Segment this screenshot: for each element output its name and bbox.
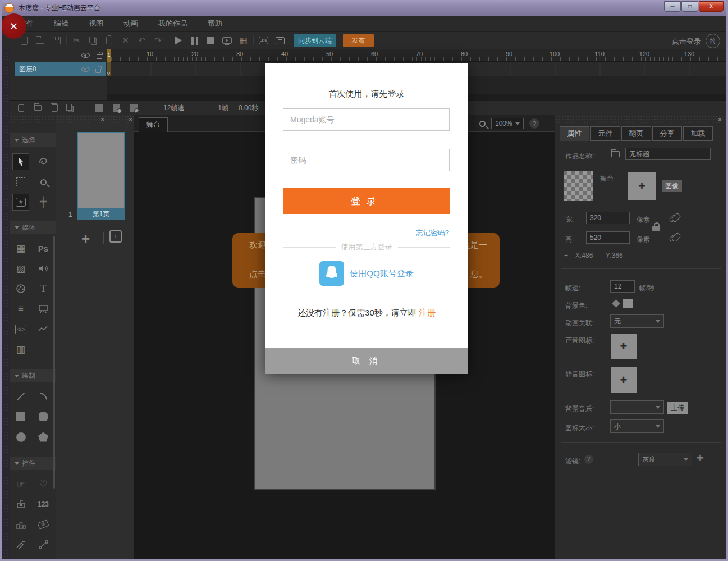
tool-cursor[interactable] — [12, 153, 29, 170]
js-icon[interactable]: JS — [255, 34, 272, 47]
menu-my-works[interactable]: 我的作品 — [158, 19, 187, 29]
lock-all-icon[interactable] — [97, 54, 102, 59]
menu-edit[interactable]: 编辑 — [54, 19, 68, 29]
account-input[interactable] — [283, 108, 450, 131]
widget-gesture[interactable]: ☞ — [12, 476, 29, 492]
tool-polygon[interactable] — [35, 428, 52, 445]
play-icon[interactable] — [170, 34, 186, 47]
section-draw[interactable]: 绘制 — [10, 369, 56, 382]
undo-icon[interactable]: ↶ — [134, 34, 150, 47]
sync-cloud-button[interactable]: 同步到云端 — [294, 34, 336, 47]
widget-connector[interactable] — [35, 536, 52, 553]
tool-photoshop[interactable]: Ps — [35, 240, 52, 257]
duplicate-layer-icon[interactable] — [68, 106, 72, 111]
tool-zoom[interactable] — [35, 174, 52, 190]
paint-bucket-icon[interactable] — [612, 299, 620, 308]
stage-image-add-button[interactable]: + — [627, 171, 657, 201]
fps-input[interactable] — [610, 280, 635, 293]
cancel-button[interactable]: 取 消 — [265, 348, 468, 374]
height-input[interactable] — [586, 231, 630, 244]
tool-symbol[interactable]: ★ — [12, 194, 29, 211]
tool-audio[interactable] — [35, 260, 52, 277]
section-media[interactable]: 媒体 — [10, 221, 56, 234]
tool-text[interactable]: T — [35, 280, 52, 297]
tool-transform[interactable] — [12, 174, 29, 190]
tool-image[interactable]: ▨ — [12, 260, 29, 277]
delete-layer-icon[interactable] — [52, 104, 58, 112]
aspect-lock-icon[interactable] — [652, 226, 660, 231]
tool-video[interactable] — [12, 280, 29, 297]
playhead[interactable]: 1 — [107, 49, 111, 62]
register-link[interactable]: 注册 — [419, 308, 436, 317]
qrcode-icon[interactable]: ▦ — [235, 34, 251, 47]
paste-icon[interactable] — [101, 34, 117, 47]
tab-paging[interactable]: 翻页 — [621, 126, 651, 141]
stage-color-swatch[interactable] — [564, 171, 593, 201]
minimize-button[interactable]: ─ — [664, 1, 681, 12]
tab-properties[interactable]: 属性 — [560, 126, 589, 141]
anim-link-select[interactable]: 无 — [610, 314, 664, 328]
page-label[interactable]: 第1页 — [77, 208, 125, 220]
pause-icon[interactable] — [186, 34, 203, 47]
tool-guides[interactable]: ╪ — [35, 194, 52, 211]
section-select[interactable]: 选择 — [10, 133, 56, 147]
forgot-password-link[interactable]: 忘记密码? — [416, 228, 449, 238]
tool-circle[interactable] — [12, 428, 29, 445]
bg-music-select[interactable] — [610, 400, 664, 414]
tool-curve[interactable] — [35, 388, 52, 405]
password-input[interactable] — [283, 149, 450, 171]
insert-frame-icon[interactable] — [95, 104, 103, 112]
height-link-icon[interactable] — [669, 234, 677, 243]
help-icon[interactable]: ? — [529, 118, 539, 129]
tab-share[interactable]: 分享 — [652, 126, 682, 141]
tool-code[interactable]: </> — [12, 321, 29, 337]
sound-icon-add-button[interactable]: + — [610, 333, 637, 360]
widget-scratch[interactable] — [12, 536, 29, 553]
props-panel-close-icon[interactable]: ✕ — [717, 116, 722, 124]
work-name-input[interactable] — [625, 148, 711, 160]
maximize-button[interactable]: □ — [681, 1, 698, 12]
tool-rectangle[interactable] — [12, 408, 29, 425]
layer-lock-icon[interactable] — [95, 69, 101, 73]
copy-icon[interactable] — [85, 34, 101, 47]
login-hint-text[interactable]: 点击登录 — [672, 37, 701, 47]
layer-visibility-icon[interactable] — [81, 67, 90, 72]
stage-zoom-icon[interactable] — [479, 121, 486, 127]
tool-rounded-rect[interactable] — [35, 408, 52, 425]
preview-icon[interactable] — [219, 34, 235, 47]
layer-row[interactable]: 图层0 — [15, 62, 106, 76]
widget-like[interactable]: ♡ — [35, 476, 52, 492]
publish-button[interactable]: 发布 — [343, 34, 374, 47]
upload-button[interactable]: 上传 — [667, 402, 688, 414]
section-widgets[interactable]: 控件 — [10, 457, 56, 470]
keyframe-dot[interactable] — [107, 72, 110, 75]
timeline-ruler[interactable]: 10 20 30 40 50 60 70 80 90 100 110 120 1… — [107, 49, 728, 62]
tool-line[interactable] — [12, 388, 29, 405]
qq-login-button[interactable]: 使用QQ账号登录 — [265, 261, 468, 286]
tab-symbols[interactable]: 元件 — [590, 126, 620, 141]
tool-panorama[interactable]: ▥ — [12, 341, 29, 358]
device-icon[interactable] — [272, 34, 288, 47]
filter-help-icon[interactable]: ? — [584, 455, 593, 464]
layer-folder-icon[interactable] — [34, 105, 42, 111]
mute-icon-add-button[interactable]: + — [610, 367, 637, 394]
tool-paragraph[interactable]: ≡ — [12, 300, 29, 317]
tools-scrollbar[interactable] — [53, 236, 55, 489]
language-toggle-icon[interactable]: 简 — [706, 34, 720, 48]
visibility-all-icon[interactable] — [81, 53, 90, 58]
insert-keyframe-icon[interactable] — [113, 104, 120, 112]
width-link-icon[interactable] — [669, 214, 677, 223]
width-input[interactable] — [586, 212, 630, 224]
insert-blank-keyframe-icon[interactable] — [130, 104, 138, 112]
tool-components[interactable]: ▦ — [12, 240, 29, 257]
zoom-level-select[interactable]: 100% — [491, 118, 524, 129]
redo-icon[interactable]: ↷ — [150, 34, 166, 47]
stage-tab[interactable]: 舞台 — [139, 117, 168, 132]
page-thumbnail[interactable] — [77, 132, 125, 220]
stop-icon[interactable] — [203, 34, 219, 47]
cut-icon[interactable]: ✂ — [68, 34, 85, 47]
widget-ranking[interactable] — [12, 516, 29, 533]
icon-size-select[interactable]: 小 — [610, 419, 664, 433]
open-file-icon[interactable] — [32, 34, 48, 47]
tool-chart[interactable] — [35, 321, 52, 337]
